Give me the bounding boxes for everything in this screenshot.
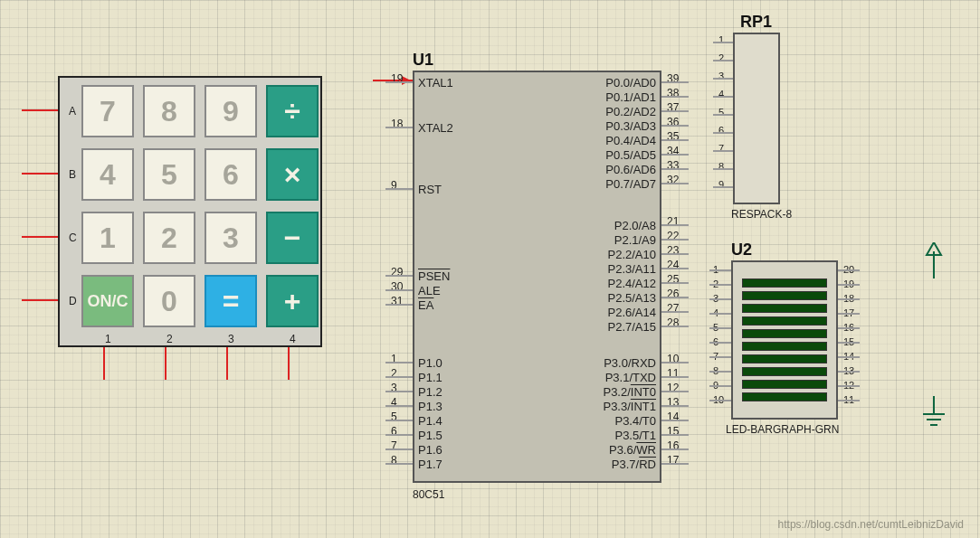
pin-stub [661,268,689,269]
pin-stub [838,371,860,373]
pin-name: P1.5 [418,429,442,442]
led-bar [742,304,827,313]
pin-name: XTAL1 [418,76,453,90]
rp-pin-number: 3 [718,71,724,81]
led-bar [742,392,827,401]
pin-name: P1.7 [418,458,442,471]
pin-name: P2.3/A11 [608,262,657,276]
pin-name: EA [418,298,433,312]
key-1[interactable]: 1 [81,212,134,264]
key-7[interactable]: 7 [81,85,134,137]
key-multiply[interactable]: × [266,148,319,201]
pin-name: P0.6/AD6 [605,163,656,176]
pin-stub [709,284,731,286]
key-4[interactable]: 4 [81,148,134,201]
pin-name: P3.6/WR [609,443,656,457]
resistor-pack [733,33,780,204]
power-up-icon [921,242,947,278]
pin-stub [661,326,689,327]
key-9[interactable]: 9 [205,85,257,137]
pin-name: P0.1/AD1 [605,90,656,104]
rp-pin-number: 7 [718,143,724,154]
pin-name: P0.7/AD7 [605,177,656,191]
pin-stub [838,313,860,315]
key-minus[interactable]: − [266,212,319,264]
pin-stub [661,96,689,98]
pin-stub [661,183,689,184]
pin-name: P3.0/RXD [604,356,656,370]
row-label-d: D [69,295,77,307]
pin-stub [709,327,731,329]
pin-stub [661,376,689,378]
col-wire-3 [226,347,228,380]
rp-ref: RP1 [740,13,772,32]
pin-name: P3.2/INT0 [603,385,656,399]
pin-stub [661,168,689,170]
pin-name: P3.5/T1 [614,429,656,442]
pin-name: P3.7/RD [612,458,656,471]
led-bar [742,291,827,300]
rp-pin-number: 9 [718,179,724,190]
pin-name: P1.0 [418,356,442,370]
pin-stub [713,42,733,43]
row-label-b: B [69,168,76,181]
pin-name: P2.5/A13 [608,291,657,305]
key-5[interactable]: 5 [143,148,195,201]
key-8[interactable]: 8 [143,85,195,137]
key-6[interactable]: 6 [205,148,257,201]
pin-stub [709,356,731,358]
key-plus[interactable]: + [266,275,319,327]
pin-stub [838,284,860,286]
rp-pin-number: 2 [718,52,724,63]
pin-stub [661,463,689,465]
pin-name: P1.1 [418,371,442,384]
col-label-2: 2 [167,333,173,345]
pin-stub [385,420,413,421]
col-wire-1 [103,347,105,380]
pin-stub [385,188,413,190]
pin-stub [661,81,689,83]
pin-name: P3.3/INT1 [603,400,656,413]
pin-stub [385,448,413,450]
pin-name: P1.6 [418,443,442,457]
pin-stub [385,376,413,378]
row-label-c: C [69,231,77,244]
pin-stub [713,150,733,152]
pin-stub [661,448,689,450]
key-on-c[interactable]: ON/C [81,275,134,327]
chip-ref: U1 [413,51,433,70]
key-0[interactable]: 0 [143,275,195,327]
pin-stub [709,269,731,271]
pin-stub [661,311,689,313]
pin-stub [713,186,733,188]
rp-pin-number: 5 [718,107,724,118]
pin-stub [709,385,731,387]
pin-name: P0.5/AD5 [605,148,656,162]
key-2[interactable]: 2 [143,212,195,264]
pin-name: P1.4 [418,414,442,428]
pin-stub [661,239,689,241]
pin-stub [661,405,689,407]
pin-name: PSEN [418,269,450,283]
rp-pin-number: 6 [718,125,724,136]
pin-stub [661,154,689,156]
key-3[interactable]: 3 [205,212,257,264]
key-equals[interactable]: = [205,275,257,327]
row-wire-c [22,236,58,238]
pin-stub [661,110,689,112]
pin-stub [385,405,413,407]
key-divide[interactable]: ÷ [266,85,319,137]
pin-stub [838,400,860,401]
pin-stub [661,139,689,141]
pin-name: P3.1/TXD [605,371,656,384]
pin-name: P2.2/A10 [608,248,657,261]
led-bar [742,329,827,338]
pin-stub [661,362,689,363]
led-bar [742,342,827,351]
pin-stub [385,391,413,392]
col-label-4: 4 [290,333,296,345]
keypad: A B C D 1 2 3 4 7 8 9 ÷ 4 5 6 × 1 2 3 − … [58,76,322,347]
pin-name: P2.0/A8 [614,219,656,232]
bargraph-part: LED-BARGRAPH-GRN [726,423,839,436]
pin-name: P1.2 [418,385,442,399]
